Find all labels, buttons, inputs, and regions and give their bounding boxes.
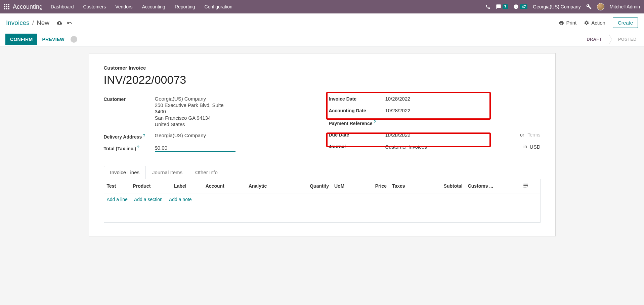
top-navbar: Accounting Dashboard Customers Vendors A… [0,0,644,13]
total-input[interactable] [155,144,235,152]
status-row: CONFIRM PREVIEW DRAFT POSTED [0,32,644,46]
table-add-row: Add a line Add a section Add a note [104,193,540,205]
col-customs[interactable]: Customs ... [465,179,520,193]
form-right-column: Invoice Date 10/28/2022 Accounting Date … [329,96,541,156]
action-button[interactable]: Action [584,20,605,26]
phone-icon[interactable] [485,4,490,9]
toolbar-row: Invoices / New Print Action Create [0,13,644,32]
clock-icon [513,4,519,9]
navbar-menu: Dashboard Customers Vendors Accounting R… [51,4,232,9]
menu-reporting[interactable]: Reporting [175,4,195,9]
print-label: Print [566,20,576,26]
customer-value[interactable]: Georgia(US) Company 250 Executive Park B… [155,96,224,128]
breadcrumb-root[interactable]: Invoices [6,19,30,27]
help-icon[interactable]: ? [372,119,376,124]
form-title[interactable]: INV/2022/00073 [104,73,541,86]
payment-ref-label: Payment Reference ? [329,119,385,126]
col-taxes[interactable]: Taxes [389,179,422,193]
tabs: Invoice Lines Journal Items Other Info [104,166,541,179]
menu-accounting[interactable]: Accounting [142,4,165,9]
accounting-date-value[interactable]: 10/28/2022 [385,108,411,113]
activities-count: 47 [520,4,527,9]
table-header-row: Test Product Label Account Analytic Quan… [104,179,540,193]
print-icon [559,20,564,26]
col-options[interactable] [520,179,540,193]
confirm-button[interactable]: CONFIRM [5,34,37,45]
col-account[interactable]: Account [203,179,246,193]
due-date-value[interactable]: 10/28/2022 [385,132,411,138]
help-icon[interactable]: ? [142,133,145,137]
print-button[interactable]: Print [559,20,576,26]
menu-vendors[interactable]: Vendors [115,4,132,9]
activities-badge[interactable]: 47 [513,4,527,9]
form-sheet: Customer Invoice INV/2022/00073 Customer… [89,53,556,236]
accounting-date-label: Accounting Date [329,108,385,113]
chat-icon [496,4,501,9]
col-quantity[interactable]: Quantity [288,179,332,193]
statusbar: DRAFT POSTED [578,32,644,46]
company-switcher[interactable]: Georgia(US) Company [533,4,581,9]
user-name[interactable]: Mitchell Admin [610,4,640,9]
form-subtitle: Customer Invoice [104,65,541,71]
breadcrumb: Invoices / New [6,19,72,27]
tab-other-info[interactable]: Other Info [189,166,224,179]
cloud-save-icon[interactable] [57,20,62,26]
delivery-label: Delivery Address ? [104,132,155,140]
discard-icon[interactable] [67,20,72,26]
col-label[interactable]: Label [171,179,203,193]
create-button[interactable]: Create [613,17,638,28]
settings-icon [523,183,529,189]
or-text: or [520,132,524,138]
messages-badge[interactable]: 7 [496,4,508,9]
col-subtotal[interactable]: Subtotal [422,179,465,193]
app-name: Accounting [13,3,43,10]
tools-icon[interactable] [586,4,592,9]
terms-placeholder[interactable]: Terms [527,132,540,138]
col-uom[interactable]: UoM [332,179,359,193]
gear-icon [584,20,589,26]
add-note-link[interactable]: Add a note [169,197,192,202]
menu-customers[interactable]: Customers [83,4,106,9]
tab-invoice-lines[interactable]: Invoice Lines [104,166,146,179]
follower-avatar-icon[interactable] [71,36,77,43]
col-product[interactable]: Product [130,179,171,193]
preview-button[interactable]: PREVIEW [37,34,69,45]
status-posted[interactable]: POSTED [609,32,644,46]
col-analytic[interactable]: Analytic [246,179,288,193]
action-label: Action [591,20,605,26]
messages-count: 7 [503,4,508,9]
invoice-date-label: Invoice Date [329,96,385,102]
status-draft[interactable]: DRAFT [578,32,609,46]
total-label: Total (Tax inc.) ? [104,144,155,151]
help-icon[interactable]: ? [136,145,139,149]
apps-icon[interactable] [4,4,9,9]
menu-dashboard[interactable]: Dashboard [51,4,74,9]
delivery-value[interactable]: Georgia(US) Company [155,132,206,138]
col-price[interactable]: Price [359,179,389,193]
breadcrumb-current: New [37,19,49,27]
breadcrumb-separator: / [32,19,34,27]
in-text: in [523,144,527,149]
form-left-column: Customer Georgia(US) Company 250 Executi… [104,96,315,156]
journal-label: Journal [329,144,385,149]
add-line-link[interactable]: Add a line [107,197,128,202]
app-brand[interactable]: Accounting [4,3,43,10]
add-section-link[interactable]: Add a section [134,197,163,202]
invoice-lines-table: Test Product Label Account Analytic Quan… [104,179,541,223]
journal-value[interactable]: Customer Invoices [385,144,427,150]
invoice-date-value[interactable]: 10/28/2022 [385,96,411,102]
tab-journal-items[interactable]: Journal Items [146,166,189,179]
menu-configuration[interactable]: Configuration [205,4,232,9]
due-date-label: Due Date [329,132,385,138]
currency-value[interactable]: USD [530,144,541,150]
col-test[interactable]: Test [104,179,130,193]
customer-label: Customer [104,96,155,102]
user-avatar[interactable] [597,3,604,10]
